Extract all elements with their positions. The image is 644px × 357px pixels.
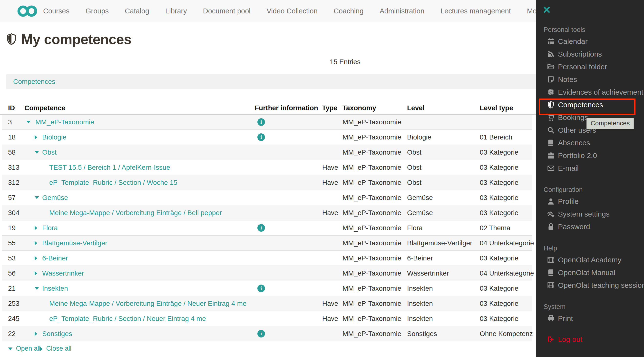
col-further-information[interactable]: Further information [255,102,318,114]
film-icon [547,256,555,264]
shield-icon [547,101,555,109]
caret-right-icon[interactable] [34,135,37,140]
col-level[interactable]: Level [407,102,424,114]
caret-right-icon[interactable] [34,256,37,260]
row-id: 22 [8,326,16,341]
row-type: Have [322,205,338,220]
nav-item-coaching[interactable]: Coaching [326,7,372,15]
close-all-link[interactable]: Close all [40,342,72,354]
competence-link[interactable]: TEST 15.5 / Bereich 1 / ApfelKern-Issue [49,160,170,175]
sidebar-item-openolat-teaching-session[interactable]: OpenOlat teaching session [536,279,644,292]
sidebar-item-label: Subscriptions [558,50,602,58]
col-taxonomy[interactable]: Taxonomy [342,102,376,114]
row-id: 56 [8,266,16,281]
row-taxonomy: MM_eP-Taxonomie [342,296,401,311]
caret-down-icon[interactable] [34,151,39,154]
competence-link[interactable]: eP_Template_Rubric / Section / Woche 15 [49,175,178,190]
nav-item-document-pool[interactable]: Document pool [195,7,258,15]
info-icon[interactable]: i [258,285,265,292]
sidebar-item-subscriptions[interactable]: Subscriptions [536,48,644,61]
table-row: 3MM_eP-TaxonomieiMM_eP-Taxonomie [2,115,532,130]
nav-item-administration[interactable]: Administration [372,7,432,15]
envelope-icon [547,164,555,172]
col-id[interactable]: ID [8,102,15,114]
sidebar-sections: Personal toolsCalendarSubscriptionsPerso… [536,24,644,346]
nav-item-library[interactable]: Library [157,7,195,15]
sidebar-item-label: OpenOlat Manual [558,268,615,277]
nav-item-courses[interactable]: Courses [35,7,78,15]
info-icon[interactable]: i [258,118,265,126]
info-icon[interactable]: i [258,224,265,232]
sidebar-item-notes[interactable]: Notes [536,73,644,86]
sidebar-item-e-mail[interactable]: E-mail [536,162,644,175]
competence-link[interactable]: Meine Mega-Mappe / Vorbereitung Einträge… [49,296,246,311]
col-type[interactable]: Type [322,102,337,114]
cart-icon [547,114,555,121]
sidebar-item-openolat-manual[interactable]: OpenOlat Manual [536,266,644,279]
table-row: 253Meine Mega-Mappe / Vorbereitung Eintr… [2,296,532,311]
sidebar-item-print[interactable]: Print [536,312,644,325]
competence-link[interactable]: Meine Mega-Mappe / Vorbereitung Einträge… [49,205,222,220]
close-icon[interactable] [543,6,550,13]
caret-down-icon[interactable] [34,196,39,199]
caret-right-icon[interactable] [34,332,37,336]
note-icon [547,76,555,83]
sidebar-item-label: Print [558,314,573,323]
row-level-type: 03 Kategorie [480,205,518,220]
competence-link[interactable]: Blattgemüse-Vertilger [42,236,108,250]
sidebar-item-portfolio-2-0[interactable]: Portfolio 2.0 [536,149,644,162]
sidebar-item-label: Notes [558,75,577,84]
caret-right-icon[interactable] [34,271,37,275]
sidebar-item-personal-folder[interactable]: Personal folder [536,61,644,73]
info-icon[interactable]: i [258,330,265,337]
row-id: 53 [8,251,16,265]
row-level: Biologie [407,130,432,145]
nav-item-catalog[interactable]: Catalog [117,7,157,15]
competence-link[interactable]: 6-Beiner [42,251,68,265]
competence-link[interactable]: Wassertrinker [42,266,84,281]
caret-down-icon[interactable] [26,121,31,123]
sidebar-item-label: OpenOlat teaching session [558,281,644,289]
row-level: Obst [407,175,422,190]
nav-item-groups[interactable]: Groups [78,7,117,15]
caret-right-icon[interactable] [34,241,37,245]
seal-icon [547,88,555,96]
sidebar-item-competences[interactable]: Competences [536,99,644,111]
sidebar-item-log-out[interactable]: Log out [536,333,644,346]
sidebar-item-absences[interactable]: Absences [536,137,644,149]
open-all-link[interactable]: Open all [8,342,40,354]
competence-link[interactable]: Sonstiges [42,326,72,341]
col-level-type[interactable]: Level type [480,102,513,114]
row-id: 55 [8,236,16,250]
breadcrumb-competences[interactable]: Competences [13,74,55,89]
col-competence[interactable]: Competence [24,102,65,114]
nav-item-lectures-management[interactable]: Lectures management [432,7,519,15]
caret-down-icon [8,347,12,350]
competence-link[interactable]: Gemüse [42,190,68,205]
sidebar-item-label: Portfolio 2.0 [558,151,597,160]
sidebar-item-password[interactable]: Password [536,220,644,233]
row-id: 245 [8,311,20,326]
sidebar-item-label: Log out [558,335,582,343]
row-level-type: 03 Kategorie [480,175,518,190]
caret-down-icon[interactable] [34,287,39,290]
competence-link[interactable]: eP_Template_Rubric / Section / Neuer Ein… [49,311,206,326]
sidebar-item-label: Personal folder [558,63,607,71]
competence-link[interactable]: Insekten [42,281,68,296]
sidebar-item-evidences-of-achievement[interactable]: Evidences of achievement [536,86,644,99]
info-icon[interactable]: i [258,133,265,141]
competence-link[interactable]: Biologie [42,130,66,145]
nav-item-video-collection[interactable]: Video Collection [258,7,326,15]
sidebar-item-system-settings[interactable]: System settings [536,208,644,220]
row-taxonomy: MM_eP-Taxonomie [342,160,401,175]
competence-link[interactable]: MM_eP-Taxonomie [35,115,94,130]
competence-link[interactable]: Obst [42,145,56,160]
sidebar-item-profile[interactable]: Profile [536,195,644,208]
row-taxonomy: MM_eP-Taxonomie [342,190,401,205]
entries-count: 15 Entries [330,58,360,66]
caret-right-icon[interactable] [34,226,37,230]
sidebar-item-calendar[interactable]: Calendar [536,35,644,48]
sidebar-item-openolat-academy[interactable]: OpenOlat Academy [536,254,644,266]
competence-link[interactable]: Flora [42,220,58,235]
row-id: 3 [8,115,12,130]
